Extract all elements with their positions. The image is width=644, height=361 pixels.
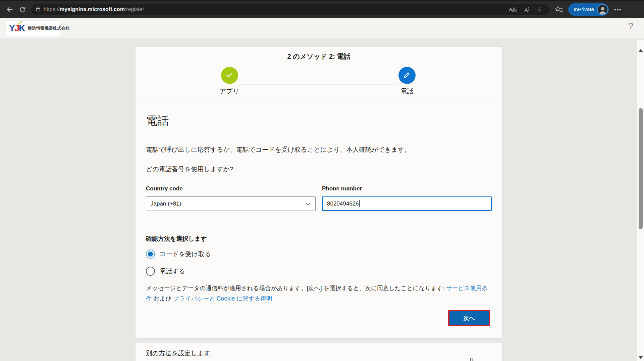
toolbar-right: InPrivate ••• <box>555 3 622 16</box>
alternative-method-link[interactable]: 別の方法を設定します <box>146 349 210 358</box>
country-code-label: Country code <box>146 185 316 192</box>
page-title: 電話 <box>146 113 169 129</box>
country-code-column: Country code Japan (+81) <box>146 185 316 211</box>
phone-number-value: 8020494626 <box>327 200 359 207</box>
avatar <box>597 4 608 15</box>
chevron-down-icon <box>305 201 311 209</box>
radio-call-me-label: 電話する <box>159 267 185 276</box>
step-app-circle <box>221 67 238 84</box>
step-app-label: アプリ <box>206 87 253 96</box>
scroll-thumb[interactable] <box>639 108 643 229</box>
pencil-icon <box>403 71 411 80</box>
company-name: 横浜情報機器株式会社 <box>28 26 70 31</box>
browser-toolbar: https://mysignins.microsoft.com/register… <box>0 0 644 18</box>
inprivate-badge[interactable]: InPrivate <box>568 3 609 16</box>
scroll-up-icon[interactable] <box>639 49 643 52</box>
scroll-down-icon[interactable] <box>639 356 643 359</box>
next-button[interactable]: 次へ <box>449 311 489 325</box>
phone-number-column: Phone number 8020494626 <box>322 185 492 211</box>
wizard-title: 2 のメソッド 2: 電話 <box>136 52 502 61</box>
translate-icon[interactable]: aあ <box>505 6 521 13</box>
more-options-icon[interactable]: ••• <box>614 7 622 12</box>
favorites-bar-icon[interactable] <box>555 6 563 13</box>
radio-receive-code[interactable]: コードを受け取る <box>146 250 211 259</box>
help-icon[interactable]: ? <box>628 21 633 32</box>
phone-form: Country code Japan (+81) Phone number 80… <box>146 185 492 211</box>
step-phone-circle[interactable] <box>398 67 416 84</box>
question-text: どの電話番号を使用しますか? <box>146 165 233 174</box>
divider <box>136 99 502 99</box>
site-header: YJK 横浜情報機器株式会社 ? <box>0 18 644 39</box>
country-code-select[interactable]: Japan (+81) <box>146 196 316 211</box>
page-background: 2 のメソッド 2: 電話 アプリ 電話 電話 電話で呼び出しに応答するか、電話… <box>0 39 644 361</box>
privacy-link[interactable]: プライバシーと Cookie に関する声明。 <box>173 295 278 302</box>
refresh-icon[interactable] <box>16 3 29 15</box>
phone-number-input[interactable]: 8020494626 <box>322 196 492 211</box>
company-logo[interactable]: YJK 横浜情報機器株式会社 <box>6 20 60 36</box>
address-bar[interactable]: https://mysignins.microsoft.com/register… <box>31 4 550 15</box>
radio-selected-icon[interactable] <box>146 250 155 259</box>
url-text: https://mysignins.microsoft.com/register <box>44 6 144 12</box>
alternative-method-card: 別の方法を設定します <box>136 343 502 361</box>
radio-unselected-icon[interactable] <box>146 267 155 276</box>
favorite-star-icon[interactable]: ☆ <box>533 6 546 13</box>
disclaimer-text: メッセージとデータの通信料が適用される場合があります。[次へ] を選択すると、次… <box>146 283 493 304</box>
inprivate-label: InPrivate <box>574 6 594 12</box>
country-code-value: Japan (+81) <box>151 200 181 207</box>
scrollbar[interactable] <box>637 40 644 361</box>
check-icon <box>225 71 234 81</box>
logo-mark: YJK <box>9 24 25 33</box>
phone-number-label: Phone number <box>322 185 492 192</box>
step-app: アプリ <box>206 67 253 96</box>
step-phone: 電話 <box>383 67 430 96</box>
red-highlight-box: 次へ <box>448 310 490 326</box>
registration-card: 2 のメソッド 2: 電話 アプリ 電話 電話 電話で呼び出しに応答するか、電話… <box>136 47 502 338</box>
method-section-label: 確認方法を選択します <box>146 235 207 243</box>
step-connector <box>239 84 397 85</box>
description-text: 電話で呼び出しに応答するか、電話でコードを受け取ることにより、本人確認ができます… <box>146 145 411 154</box>
radio-receive-code-label: コードを受け取る <box>159 250 211 259</box>
radio-call-me[interactable]: 電話する <box>146 267 185 276</box>
read-aloud-icon[interactable]: A) <box>521 6 533 13</box>
step-phone-label: 電話 <box>383 87 430 96</box>
back-icon[interactable] <box>3 3 16 15</box>
text-caret <box>359 200 360 207</box>
lock-icon <box>35 6 41 13</box>
